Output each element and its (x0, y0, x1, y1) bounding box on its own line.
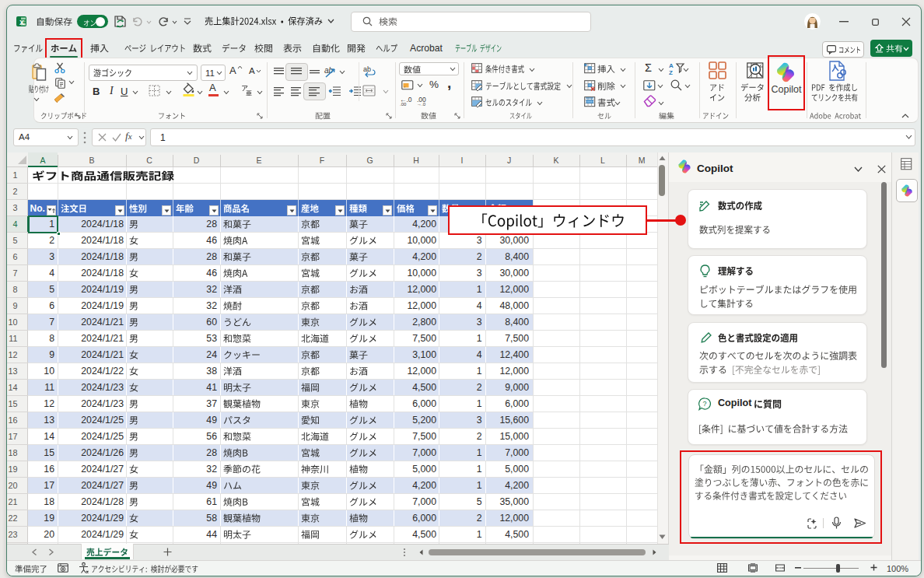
svg-text:→.0: →.0 (417, 102, 426, 107)
svg-text:ab: ab (363, 65, 371, 73)
svg-text:,: , (404, 82, 405, 88)
svg-text:?: ? (703, 400, 707, 408)
svg-text:.00: .00 (400, 102, 407, 107)
svg-text:X: X (19, 19, 24, 26)
svg-text:Z: Z (669, 69, 673, 76)
svg-text:ab: ab (324, 66, 334, 75)
